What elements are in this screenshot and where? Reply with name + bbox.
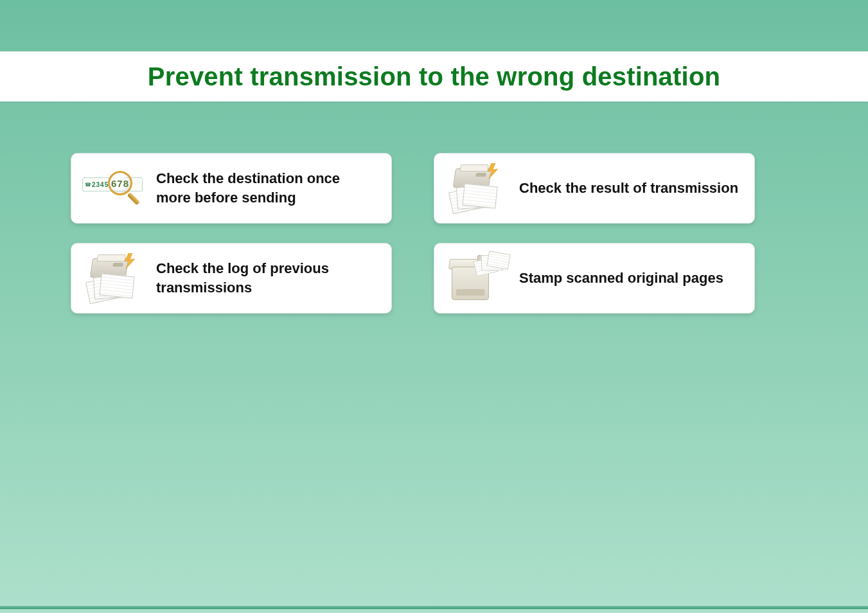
card-check-log[interactable]: Check the log of previous transmissions: [71, 243, 392, 314]
svg-marker-0: [488, 163, 498, 179]
display-small-digits: 2345: [92, 181, 109, 188]
title-band: Prevent transmission to the wrong destin…: [0, 51, 868, 102]
svg-marker-1: [125, 253, 135, 269]
fax-stack-icon: [443, 163, 508, 213]
card-label: Check the result of transmission: [519, 179, 738, 198]
header-spacer: [0, 0, 868, 51]
card-label: Stamp scanned original pages: [519, 269, 723, 288]
card-check-result[interactable]: Check the result of transmission: [434, 153, 755, 224]
card-stamp-scanned[interactable]: Stamp scanned original pages: [434, 243, 755, 314]
footer-divider: [0, 605, 868, 609]
card-label: Check the log of previous transmissions: [156, 259, 377, 297]
display-zoom-digits: 678: [111, 178, 129, 189]
card-check-destination[interactable]: ☎ 2345 678 Check the destination once mo…: [71, 153, 392, 224]
fax-stack-icon: [80, 253, 145, 303]
page-title: Prevent transmission to the wrong destin…: [148, 62, 720, 91]
copier-output-icon: [443, 253, 508, 303]
magnifier-display-icon: ☎ 2345 678: [80, 163, 145, 213]
card-label: Check the destination once more before s…: [156, 169, 377, 207]
cards-grid: ☎ 2345 678 Check the destination once mo…: [0, 102, 868, 314]
